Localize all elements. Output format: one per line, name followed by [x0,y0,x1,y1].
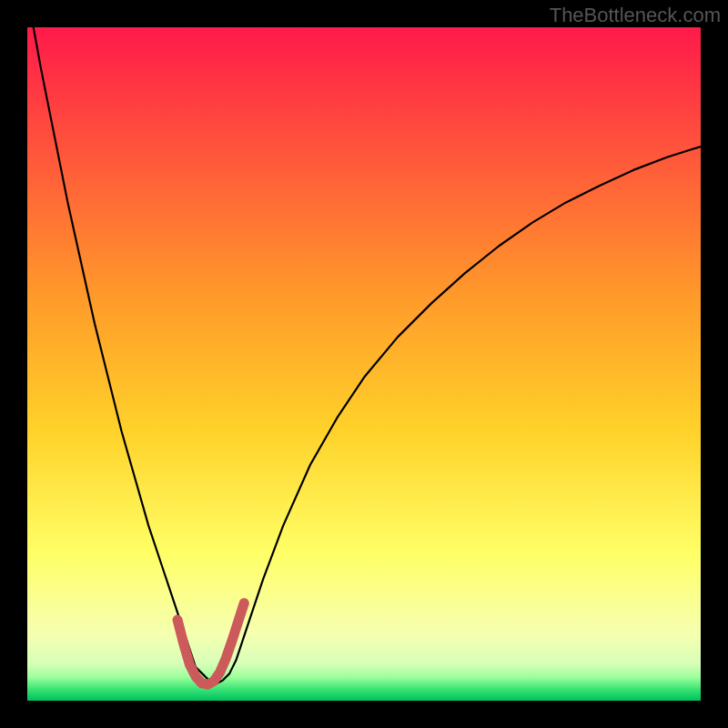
plot-area [27,27,701,701]
gradient-background [27,27,701,701]
watermark-text: TheBottleneck.com [550,4,721,27]
chart-frame: TheBottleneck.com [0,0,728,728]
chart-svg [27,27,701,701]
